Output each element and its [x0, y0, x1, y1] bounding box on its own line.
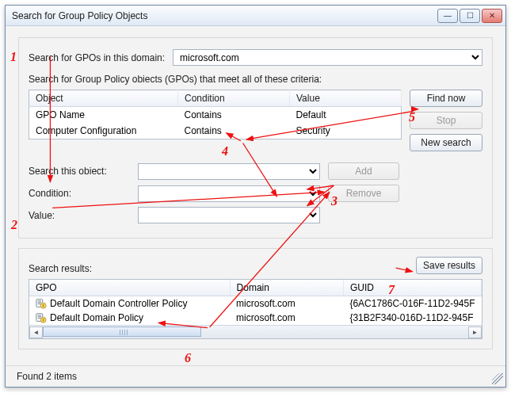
- scroll-right-arrow[interactable]: ►: [468, 326, 482, 338]
- svg-rect-1: [38, 301, 41, 302]
- results-header-guid[interactable]: GUID: [343, 280, 481, 296]
- results-table-wrap: GPO Domain GUID Default Domain Controlle…: [29, 279, 482, 339]
- criteria-cell-condition: Contains: [178, 123, 290, 139]
- condition-select[interactable]: [138, 185, 320, 202]
- criteria-header-condition[interactable]: Condition: [178, 90, 290, 107]
- svg-rect-7: [38, 315, 41, 316]
- scroll-left-arrow[interactable]: ◄: [29, 326, 43, 338]
- scroll-thumb[interactable]: [43, 326, 201, 337]
- svg-rect-2: [38, 302, 41, 303]
- results-cell-domain: microsoft.com: [230, 311, 343, 325]
- client-area: Search for GPOs in this domain: microsof…: [6, 26, 505, 365]
- criteria-row[interactable]: Computer ConfigurationContainsSecurity: [29, 123, 402, 139]
- save-results-button[interactable]: Save results: [416, 257, 482, 274]
- annotation-1: 1: [10, 50, 17, 64]
- results-table[interactable]: GPO Domain GUID Default Domain Controlle…: [29, 280, 482, 325]
- results-cell-domain: microsoft.com: [230, 296, 343, 311]
- results-header-gpo[interactable]: GPO: [29, 280, 230, 296]
- object-select[interactable]: [138, 163, 320, 180]
- criteria-cell-value: Default: [290, 107, 402, 124]
- dialog-window: Search for Group Policy Objects — ☐ ✕ Se…: [5, 5, 506, 388]
- annotation-6: 6: [185, 351, 191, 365]
- remove-button[interactable]: Remove: [328, 185, 399, 202]
- svg-rect-8: [38, 316, 41, 317]
- results-group: Search results: Save results GPO Domain …: [18, 248, 493, 349]
- svg-rect-5: [43, 304, 44, 307]
- window-buttons: — ☐ ✕: [437, 9, 502, 23]
- results-label: Search results:: [29, 263, 92, 274]
- maximize-button[interactable]: ☐: [460, 9, 480, 23]
- horizontal-scrollbar[interactable]: ◄ ►: [29, 325, 482, 338]
- results-header-domain[interactable]: Domain: [230, 280, 343, 296]
- criteria-header-object[interactable]: Object: [29, 90, 178, 107]
- criteria-cell-condition: Contains: [178, 107, 290, 124]
- condition-field-label: Condition:: [29, 188, 130, 199]
- titlebar[interactable]: Search for Group Policy Objects — ☐ ✕: [6, 6, 505, 26]
- results-cell-guid: {31B2F340-016D-11D2-945F: [343, 311, 481, 325]
- criteria-row[interactable]: GPO NameContainsDefault: [29, 107, 402, 124]
- window-title: Search for Group Policy Objects: [12, 10, 147, 21]
- scroll-track[interactable]: [43, 326, 468, 338]
- new-search-button[interactable]: New search: [410, 134, 482, 151]
- add-button[interactable]: Add: [328, 162, 399, 180]
- criteria-cell-object: GPO Name: [29, 107, 178, 124]
- domain-select[interactable]: microsoft.com: [173, 49, 482, 66]
- criteria-cell-object: Computer Configuration: [29, 123, 178, 139]
- status-bar: Found 2 items: [6, 365, 505, 387]
- criteria-header-value[interactable]: Value: [290, 90, 402, 107]
- value-select[interactable]: [138, 207, 320, 223]
- search-group: Search for GPOs in this domain: microsof…: [18, 37, 493, 239]
- minimize-button[interactable]: —: [437, 9, 458, 23]
- criteria-cell-value: Security: [290, 123, 402, 139]
- resize-grip[interactable]: [492, 373, 503, 384]
- object-field-label: Search this obiect:: [29, 166, 130, 177]
- domain-label: Search for GPOs in this domain:: [29, 52, 165, 63]
- results-cell-gpo: Default Domain Policy: [29, 311, 230, 325]
- annotation-2: 2: [11, 218, 17, 232]
- results-row[interactable]: Default Domain Policymicrosoft.com{31B2F…: [29, 311, 482, 325]
- results-cell-guid: {6AC1786C-016F-11D2-945F: [343, 296, 481, 311]
- status-text: Found 2 items: [17, 371, 77, 382]
- results-row[interactable]: Default Domain Controller Policymicrosof…: [29, 296, 482, 311]
- svg-rect-11: [43, 319, 44, 322]
- find-now-button[interactable]: Find now: [410, 90, 482, 107]
- results-cell-gpo: Default Domain Controller Policy: [29, 296, 230, 311]
- stop-button[interactable]: Stop: [410, 112, 482, 129]
- criteria-table[interactable]: Object Condition Value GPO NameContainsD…: [29, 90, 402, 139]
- close-button[interactable]: ✕: [482, 9, 502, 23]
- value-field-label: Value:: [29, 210, 130, 221]
- criteria-caption: Search for Group Policy obiects (GPOs) t…: [29, 74, 482, 85]
